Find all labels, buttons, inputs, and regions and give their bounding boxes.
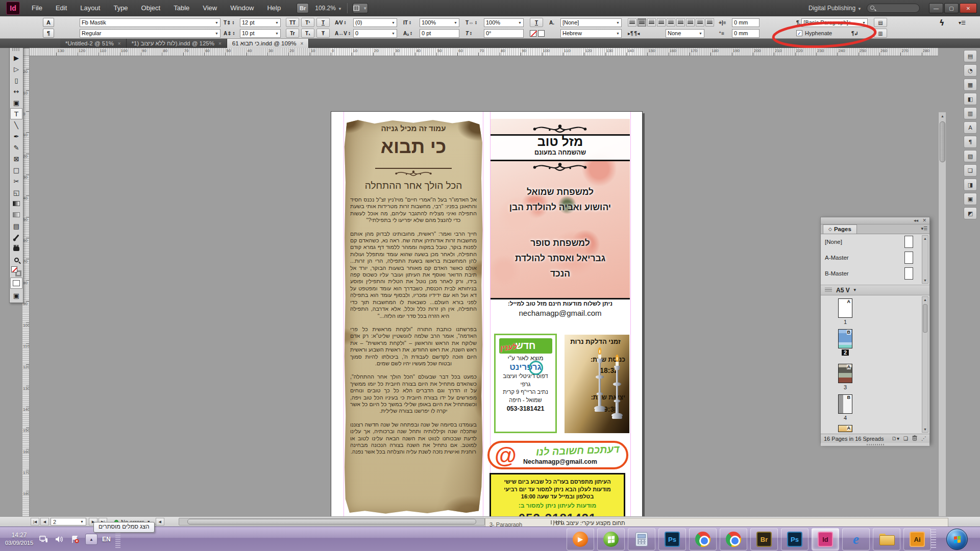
taskbar-indesign[interactable]: Id <box>812 528 839 550</box>
tools-panel-grip[interactable] <box>12 47 20 51</box>
page-number-label[interactable]: 4 <box>842 415 849 421</box>
page-item-2[interactable]: B2 <box>830 329 861 356</box>
scissors-tool[interactable]: ✂ <box>10 176 22 187</box>
master-row-amaster[interactable]: A-Master <box>821 250 929 266</box>
baseline-shift-field[interactable]: 0 pt <box>420 29 459 38</box>
page-item-1[interactable]: A1 <box>830 298 861 325</box>
page-item-3[interactable]: A3 <box>830 364 861 390</box>
close-tab-icon[interactable]: × <box>118 41 121 46</box>
skew-field[interactable]: 0° <box>484 29 524 38</box>
font-size-select[interactable]: 12 pt▼ <box>240 18 281 27</box>
paragraph-direction-icon[interactable]: ▸¶ <box>628 31 633 36</box>
scroll-down-icon[interactable]: ▼ <box>922 277 928 284</box>
effects-panel-icon[interactable]: ◩ <box>964 207 977 219</box>
language-indicator[interactable]: EN <box>102 536 111 543</box>
menu-file[interactable]: File <box>25 0 49 16</box>
master-thumbnail[interactable] <box>904 252 913 264</box>
document-page[interactable]: עמוד זה מכיל גניזה כי תבוא הכל הולך אחר … <box>331 111 643 516</box>
publisher-ad-frame[interactable]: חדש לענין מוצא לאור ע"י גרפרינט דפוס דיג… <box>494 334 557 433</box>
maximize-button[interactable]: ▢ <box>944 3 959 13</box>
text-frame-button[interactable]: T <box>530 18 543 27</box>
kerning-select[interactable]: (0)▼ <box>353 18 397 27</box>
paragraph-style-select[interactable]: [Basic Paragraph]+▼ <box>801 18 868 27</box>
character-style-select[interactable]: [None]▼ <box>560 18 622 27</box>
links-panel-icon[interactable]: ▥ <box>964 107 977 119</box>
page-tool[interactable]: ▯ <box>10 74 22 86</box>
eyedropper-tool[interactable] <box>10 232 22 243</box>
taskbar-file-explorer[interactable] <box>873 528 900 550</box>
resize-grip-icon[interactable]: ⋰ <box>921 436 926 441</box>
skew-stepper[interactable]: ▲▼ <box>470 29 474 38</box>
minimize-button[interactable]: — <box>929 3 943 13</box>
justify-all-button[interactable] <box>686 18 695 27</box>
columns-button[interactable]: ▤ <box>874 18 887 27</box>
hyphenate-control[interactable]: ✓ Hyphenate <box>796 29 832 38</box>
frame-tool[interactable]: ⊠ <box>10 153 22 164</box>
panel-menu-icon[interactable]: ▾☰ <box>921 226 927 231</box>
hand-tool[interactable] <box>10 243 22 254</box>
candle-lighting-frame[interactable]: זמני הדלקת נרות כניסת שבת: 18:32 יציאת ש… <box>565 335 629 433</box>
horizontal-scale-select[interactable]: 100%▼ <box>484 18 524 27</box>
list-style-select[interactable]: None▼ <box>666 29 704 38</box>
menu-table[interactable]: Table <box>167 0 196 16</box>
master-thumbnail[interactable] <box>904 236 913 248</box>
taskbar-photoshop-1[interactable]: Ps <box>658 528 686 550</box>
volume-icon[interactable] <box>54 534 65 544</box>
taskbar-media-player[interactable]: ▶ <box>567 528 594 550</box>
subscript-button[interactable]: T₁ <box>301 29 314 38</box>
small-caps-button[interactable]: Tr <box>286 29 299 38</box>
close-tab-icon[interactable]: × <box>300 41 303 46</box>
taskbar-illustrator[interactable]: Ai <box>903 528 931 550</box>
tracking-stepper[interactable]: ▲▼ <box>348 29 353 38</box>
gap-tool[interactable]: ↔ <box>10 86 22 97</box>
gradient-tool[interactable] <box>10 198 22 209</box>
vertical-ruler[interactable]: 2010010203040506070809010011012013014015… <box>22 56 30 516</box>
collapse-panel-icon[interactable]: ◂◂ <box>914 218 918 223</box>
mazal-tov-frame[interactable]: מזל טוב שהשמחה במעונם למשפחת שמואל יהושו… <box>491 119 630 327</box>
character-formatting-mode-button[interactable]: A <box>43 18 54 27</box>
span-columns-button[interactable]: ▥ <box>874 29 887 38</box>
menu-help[interactable]: Help <box>260 0 287 16</box>
tab-untitled-2[interactable]: *Untitled-2 @ 51%× <box>60 39 127 48</box>
leading-stepper[interactable]: ▲▼ <box>233 29 237 38</box>
new-page-icon[interactable]: ❏ <box>903 436 908 441</box>
horizontal-ruler[interactable]: 1301201101009080706050403020100102030405… <box>30 48 938 56</box>
menu-view[interactable]: View <box>196 0 224 16</box>
taskbar-chrome-1[interactable] <box>689 528 717 550</box>
pages-scrollbar[interactable]: ▲ ▼ <box>922 296 928 433</box>
page-thumbnail[interactable]: A <box>838 298 852 318</box>
vertical-scale-stepper[interactable]: ▲▼ <box>409 18 413 27</box>
horizontal-scrollbar-thumb[interactable] <box>187 519 476 524</box>
menu-type[interactable]: Type <box>107 0 134 16</box>
delete-page-trash-icon[interactable] <box>912 435 917 442</box>
page-thumbnail[interactable]: B <box>838 329 852 348</box>
fill-stroke-control[interactable] <box>11 266 22 277</box>
align-center-button[interactable] <box>638 18 646 27</box>
taskbar-chrome-2[interactable] <box>720 528 747 550</box>
page-item-5[interactable]: A <box>830 425 861 432</box>
font-style-select[interactable]: Regular▼ <box>80 29 220 38</box>
swatches-panel-icon[interactable]: ▦ <box>964 79 977 91</box>
page-number-label[interactable]: 2 <box>842 349 849 356</box>
close-panel-icon[interactable]: ✕ <box>922 218 926 223</box>
workspace-switcher[interactable]: Digital Publishing▼ <box>808 5 862 12</box>
align-right-button[interactable] <box>647 18 656 27</box>
ruler-origin-corner[interactable] <box>22 48 30 56</box>
pen-tool[interactable]: ✒ <box>10 131 22 142</box>
pages-tab[interactable]: ◇ Pages <box>823 224 857 234</box>
align-left-button[interactable] <box>628 18 636 27</box>
menu-object[interactable]: Object <box>135 0 167 16</box>
page-number-label[interactable]: 1 <box>842 319 849 325</box>
master-thumbnail[interactable] <box>904 267 913 280</box>
normal-screen-mode-button[interactable]: ▣ <box>10 290 22 301</box>
font-size-stepper[interactable]: ▲▼ <box>232 18 237 27</box>
page-item-4[interactable]: B4 <box>830 394 861 421</box>
stroke-panel-icon[interactable]: ▤ <box>964 50 977 62</box>
content-collector-tool[interactable]: ▣ <box>10 97 22 108</box>
feedback-frame[interactable]: @ דעתכם חשובה לנו Nechamagp@gmail.com <box>487 441 628 469</box>
scroll-down-icon[interactable]: ▼ <box>922 425 928 433</box>
page-thumbnail[interactable]: B <box>838 394 852 414</box>
gradient-feather-tool[interactable] <box>10 209 22 220</box>
screen-mode-button[interactable]: ▼ <box>353 3 368 13</box>
quick-apply-icon[interactable]: ϟ <box>939 18 945 28</box>
